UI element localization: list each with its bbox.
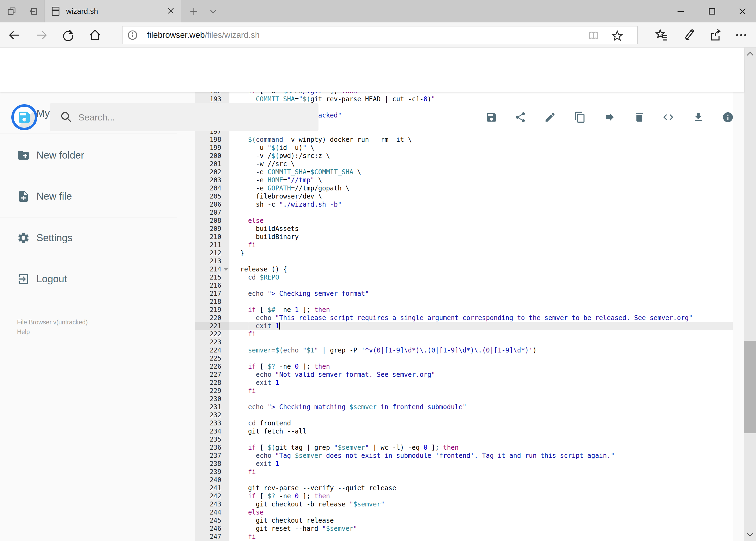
code-line[interactable]: exit 1 <box>229 322 733 330</box>
scrollbar-thumb[interactable] <box>744 341 756 433</box>
scroll-down-icon[interactable] <box>746 532 754 537</box>
code-line[interactable] <box>229 338 733 346</box>
code-line[interactable]: semver=$(echo "$1" | grep -P '^v(0|[1-9]… <box>229 346 733 354</box>
code-line[interactable]: -u "$(id -u)" \ <box>229 144 733 152</box>
code-line[interactable]: git reset --hard "$semver" <box>229 525 733 533</box>
forward-icon[interactable] <box>35 29 48 42</box>
code-line[interactable]: $(command -v winpty) docker run --rm -it… <box>229 136 733 144</box>
search-bar[interactable] <box>50 103 319 131</box>
code-line[interactable] <box>229 257 733 265</box>
sidebar-item-settings[interactable]: Settings <box>0 226 177 251</box>
code-line[interactable] <box>229 395 733 403</box>
gutter-line-number: 226 <box>195 362 229 370</box>
sidebar-item-new-folder[interactable]: New folder <box>0 143 177 168</box>
back-icon[interactable] <box>8 29 21 42</box>
scroll-up-icon[interactable] <box>746 51 754 57</box>
code-line[interactable]: echo "> Checking semver format" <box>229 289 733 297</box>
code-line[interactable]: git fetch --all <box>229 427 733 435</box>
code-line[interactable]: fi <box>229 241 733 249</box>
code-line[interactable] <box>229 435 733 443</box>
code-line[interactable]: -e COMMIT_SHA=$COMMIT_SHA \ <box>229 168 733 176</box>
code-view-button[interactable] <box>662 111 674 123</box>
code-line[interactable]: if [ $(git tag | grep "$semver" | wc -l)… <box>229 443 733 452</box>
code-line[interactable]: exit 1 <box>229 379 733 387</box>
code-line[interactable]: git checkout release <box>229 516 733 525</box>
code-line[interactable]: cd frontend <box>229 419 733 427</box>
home-icon[interactable] <box>89 29 102 42</box>
code-line[interactable]: buildAssets <box>229 225 733 233</box>
search-input[interactable] <box>78 103 310 131</box>
gutter-line-number: 199 <box>195 144 229 152</box>
code-line[interactable]: buildBinary <box>229 233 733 241</box>
rename-button[interactable] <box>544 111 556 123</box>
tab-options-icon[interactable] <box>205 0 221 22</box>
code-line[interactable]: -w //src \ <box>229 160 733 168</box>
fold-toggle-icon[interactable] <box>224 268 228 271</box>
code-line[interactable]: -e HOME="//tmp" \ <box>229 176 733 184</box>
code-line[interactable]: echo "This release script requires a sin… <box>229 314 733 322</box>
code-line[interactable]: } <box>229 249 733 257</box>
code-line[interactable]: sh -c "./wizard.sh -b" <box>229 201 733 209</box>
maximize-button[interactable] <box>698 0 725 22</box>
address-bar[interactable]: filebrowser.web/files/wizard.sh <box>122 26 638 44</box>
code-line[interactable]: if [ $# -ne 1 ]; then <box>229 306 733 314</box>
code-line[interactable]: git rev-parse --verify --quiet release <box>229 484 733 492</box>
code-line[interactable] <box>229 209 733 217</box>
code-line[interactable] <box>229 476 733 484</box>
code-line[interactable]: fi <box>229 387 733 395</box>
code-line[interactable]: else <box>229 508 733 516</box>
info-button[interactable] <box>722 111 734 123</box>
new-tab-icon[interactable] <box>186 0 202 22</box>
code-line[interactable]: exit 1 <box>229 460 733 468</box>
code-line[interactable] <box>229 281 733 289</box>
close-tab-icon[interactable] <box>166 6 175 15</box>
code-line[interactable] <box>229 411 733 419</box>
code-line[interactable]: fi <box>229 468 733 476</box>
code-line[interactable]: echo "Not valid semver format. See semve… <box>229 370 733 379</box>
web-note-pen-icon[interactable] <box>682 29 695 42</box>
code-line[interactable]: if [ $? -ne 0 ]; then <box>229 492 733 500</box>
close-window-button[interactable] <box>729 0 756 22</box>
indent-guide <box>248 185 248 192</box>
favorite-star-icon[interactable] <box>611 30 623 42</box>
share-button[interactable] <box>514 111 526 123</box>
code-line[interactable]: if [ $? -ne 0 ]; then <box>229 362 733 370</box>
code-line[interactable]: COMMIT_SHA="$(git rev-parse HEAD | cut -… <box>229 95 733 103</box>
code-line[interactable]: cd $REPO <box>229 273 733 281</box>
code-line[interactable]: echo "> Checking matching $semver in fro… <box>229 403 733 411</box>
code-area[interactable]: if [ -d "$REPO/.git" ]; then COMMIT_SHA=… <box>229 92 733 541</box>
code-line[interactable]: filebrowser/dev \ <box>229 192 733 201</box>
code-line[interactable]: release () { <box>229 265 733 273</box>
hub-icon[interactable] <box>655 29 668 42</box>
set-aside-tabs-icon[interactable] <box>26 0 40 22</box>
save-button[interactable] <box>486 111 497 123</box>
filebrowser-logo[interactable] <box>11 104 37 130</box>
share-icon[interactable] <box>709 29 722 42</box>
code-line[interactable]: git checkout -b release "$semver" <box>229 500 733 508</box>
code-line[interactable]: else <box>229 217 733 225</box>
page-scrollbar[interactable] <box>744 48 756 541</box>
delete-button[interactable] <box>633 111 645 123</box>
code-line[interactable]: echo "Tag $semver does not exist in subm… <box>229 452 733 460</box>
download-button[interactable] <box>692 111 704 123</box>
url-text[interactable]: filebrowser.web/files/wizard.sh <box>147 30 260 40</box>
tab-preview-icon[interactable] <box>5 0 18 22</box>
code-line[interactable] <box>229 297 733 306</box>
minimize-button[interactable] <box>667 0 694 22</box>
code-line[interactable]: fi <box>229 533 733 541</box>
code-line[interactable]: fi <box>229 330 733 338</box>
refresh-icon[interactable] <box>62 29 75 42</box>
browser-tab[interactable]: wizard.sh <box>45 0 181 22</box>
code-line[interactable] <box>229 354 733 362</box>
code-line[interactable]: -e GOPATH=//tmp/gopath \ <box>229 184 733 192</box>
code-line[interactable]: if [ -d "$REPO/.git" ]; then <box>229 92 733 95</box>
help-link[interactable]: Help <box>17 328 30 336</box>
move-button[interactable] <box>604 111 616 123</box>
code-line[interactable]: -v /$(pwd):/src:z \ <box>229 152 733 160</box>
copy-button[interactable] <box>574 111 586 123</box>
more-options-icon[interactable] <box>735 29 748 42</box>
sidebar-item-logout[interactable]: Logout <box>0 267 177 291</box>
sidebar-item-new-file[interactable]: New file <box>0 184 177 209</box>
site-info-icon[interactable] <box>127 29 138 41</box>
code-editor[interactable]: 1921931941951961971981992002012022032042… <box>195 92 733 541</box>
